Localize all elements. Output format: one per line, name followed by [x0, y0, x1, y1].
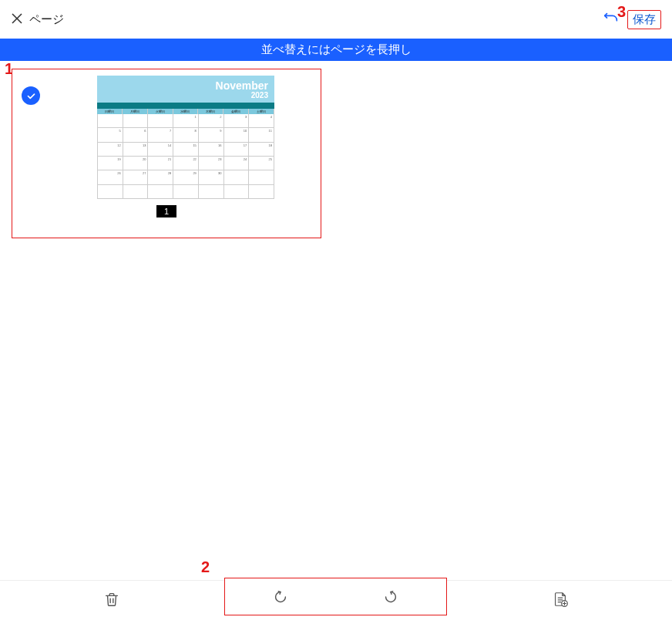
calendar-cell	[173, 185, 199, 199]
calendar-cell	[98, 114, 123, 128]
calendar-cell: 11	[249, 128, 274, 142]
rotate-button-group	[224, 578, 447, 615]
calendar-cell	[224, 170, 250, 184]
calendar-cell: 23	[199, 157, 224, 170]
calendar-cell: 1	[173, 114, 199, 128]
calendar-cell: 3	[224, 114, 250, 128]
header-right: 保存	[603, 10, 661, 29]
header: ページ 保存	[0, 0, 672, 39]
calendar-month: November	[103, 80, 268, 91]
calendar-cell: 18	[249, 143, 274, 157]
calendar-cell: 12	[98, 143, 123, 157]
calendar-cell	[98, 185, 123, 199]
content-area: November 2023 日曜日月曜日火曜日水曜日木曜日金曜日土曜日 1234…	[0, 61, 672, 246]
calendar-cell: 20	[123, 157, 149, 170]
calendar-day-header: 土曜日	[249, 109, 274, 114]
trash-icon	[103, 591, 120, 608]
annotation-2: 2	[201, 558, 210, 576]
calendar-cell	[148, 114, 173, 128]
calendar-header: November 2023	[97, 76, 274, 103]
calendar-cell: 7	[148, 128, 173, 142]
calendar-cell: 27	[123, 170, 149, 184]
calendar-grid: 1234567891011121314151617181920212223242…	[97, 114, 274, 199]
calendar-cell: 14	[148, 143, 173, 157]
calendar-cell: 13	[123, 143, 149, 157]
calendar-day-header: 水曜日	[173, 109, 199, 114]
header-left: ページ	[11, 12, 64, 27]
calendar-cell: 25	[249, 157, 274, 170]
calendar-cell: 24	[224, 157, 250, 170]
calendar-day-header: 月曜日	[123, 109, 148, 114]
add-page-button[interactable]	[448, 591, 672, 608]
calendar-cell: 6	[123, 128, 149, 142]
calendar-cell: 10	[224, 128, 250, 142]
calendar-cell: 5	[98, 128, 123, 142]
delete-button[interactable]	[0, 591, 224, 608]
page-number-badge: 1	[156, 205, 176, 217]
calendar-day-headers: 日曜日月曜日火曜日水曜日木曜日金曜日土曜日	[97, 109, 274, 114]
calendar-cell: 29	[173, 170, 199, 184]
calendar-cell	[148, 185, 173, 199]
calendar-cell: 17	[224, 143, 250, 157]
calendar-day-header: 金曜日	[223, 109, 249, 114]
rotate-right-button[interactable]	[336, 578, 447, 615]
calendar-year: 2023	[103, 91, 268, 100]
calendar-cell: 8	[173, 128, 199, 142]
calendar-day-header: 日曜日	[97, 109, 123, 114]
calendar-cell: 21	[148, 157, 173, 170]
calendar-cell	[249, 185, 274, 199]
calendar-subbar	[97, 103, 274, 109]
annotation-3: 3	[617, 3, 626, 21]
calendar-preview: November 2023 日曜日月曜日火曜日水曜日木曜日金曜日土曜日 1234…	[97, 76, 274, 199]
calendar-cell: 30	[199, 170, 224, 184]
calendar-cell: 9	[199, 128, 224, 142]
calendar-cell: 4	[249, 114, 274, 128]
calendar-cell: 26	[98, 170, 123, 184]
calendar-day-header: 木曜日	[198, 109, 223, 114]
rotate-left-icon	[272, 588, 289, 605]
calendar-cell	[224, 185, 250, 199]
save-button[interactable]: 保存	[627, 10, 661, 29]
page-title: ページ	[29, 12, 64, 27]
calendar-day-header: 火曜日	[148, 109, 173, 114]
calendar-cell	[199, 185, 224, 199]
calendar-cell: 2	[199, 114, 224, 128]
banner-text: 並べ替えにはページを長押し	[261, 42, 412, 56]
calendar-cell	[123, 114, 149, 128]
page-thumbnail[interactable]: November 2023 日曜日月曜日火曜日水曜日木曜日金曜日土曜日 1234…	[12, 69, 321, 238]
calendar-cell: 22	[173, 157, 199, 170]
selected-check-icon[interactable]	[22, 86, 40, 105]
calendar-cell: 28	[148, 170, 173, 184]
calendar-cell	[249, 170, 274, 184]
calendar-cell: 19	[98, 157, 123, 170]
calendar-cell	[123, 185, 149, 199]
instruction-banner: 並べ替えにはページを長押し	[0, 39, 672, 61]
calendar-cell: 16	[199, 143, 224, 157]
calendar-cell: 15	[173, 143, 199, 157]
close-icon[interactable]	[11, 12, 23, 27]
rotate-left-button[interactable]	[225, 578, 336, 615]
add-page-icon	[552, 591, 569, 608]
rotate-right-icon	[382, 588, 399, 605]
